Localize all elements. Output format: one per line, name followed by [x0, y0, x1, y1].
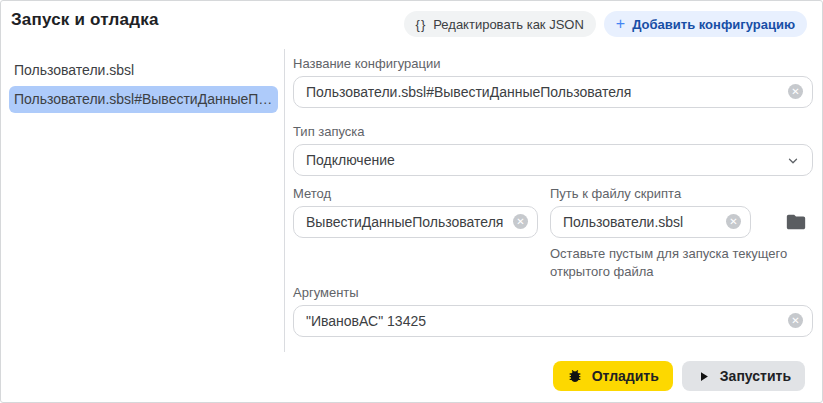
script-path-label: Путь к файлу скрипта	[550, 186, 751, 202]
edit-as-json-label: Редактировать как JSON	[433, 17, 584, 32]
configuration-list-item[interactable]: Пользователи.sbsl	[9, 57, 278, 84]
launch-type-group: Тип запуска Подключение	[293, 124, 813, 176]
add-configuration-label: Добавить конфигурацию	[632, 17, 795, 32]
configuration-form: Название конфигурации ✕ Тип запуска Подк…	[293, 49, 813, 353]
braces-icon: {}	[416, 17, 427, 32]
configuration-list: Пользователи.sbsl Пользователи.sbsl#Выве…	[9, 57, 278, 115]
arguments-input[interactable]	[293, 305, 813, 337]
launch-type-label: Тип запуска	[293, 124, 813, 140]
config-name-group: Название конфигурации ✕	[293, 56, 813, 108]
method-path-row: Метод ✕ Путь к файлу скрипта ✕ Оставьте …	[293, 186, 813, 281]
add-configuration-button[interactable]: + Добавить конфигурацию	[604, 11, 807, 37]
bug-icon	[567, 368, 583, 384]
page-title: Запуск и отладка	[11, 10, 159, 30]
configuration-list-item-selected[interactable]: Пользователи.sbsl#ВывестиДанныеПользоват…	[9, 86, 278, 113]
launch-debug-panel: Запуск и отладка {} Редактировать как JS…	[0, 0, 823, 403]
launch-type-select[interactable]: Подключение	[293, 144, 813, 176]
clear-icon[interactable]: ✕	[788, 84, 803, 99]
run-button[interactable]: Запустить	[682, 361, 805, 391]
run-button-label: Запустить	[720, 368, 791, 384]
arguments-label: Аргументы	[293, 285, 813, 301]
method-label: Метод	[293, 186, 538, 202]
debug-button[interactable]: Отладить	[553, 361, 673, 391]
script-path-input[interactable]	[550, 206, 751, 238]
script-path-helper-text: Оставьте пустым для запуска текущего отк…	[550, 245, 800, 281]
method-group: Метод ✕	[293, 186, 538, 238]
script-path-group: Путь к файлу скрипта ✕ Оставьте пустым д…	[550, 186, 751, 281]
arguments-group: Аргументы ✕	[293, 285, 813, 337]
debug-button-label: Отладить	[592, 368, 659, 384]
launch-type-value: Подключение	[306, 152, 395, 168]
config-name-input[interactable]	[293, 76, 813, 108]
header-actions: {} Редактировать как JSON + Добавить кон…	[404, 11, 807, 37]
folder-icon	[785, 211, 807, 233]
plus-icon: +	[616, 16, 625, 32]
vertical-divider	[284, 49, 285, 352]
method-input[interactable]	[293, 206, 538, 238]
chevron-down-icon	[786, 154, 800, 168]
clear-icon[interactable]: ✕	[513, 214, 528, 229]
config-name-label: Название конфигурации	[293, 56, 813, 72]
clear-icon[interactable]: ✕	[726, 214, 741, 229]
edit-as-json-button[interactable]: {} Редактировать как JSON	[404, 11, 596, 37]
footer-actions: Отладить Запустить	[553, 361, 805, 391]
clear-icon[interactable]: ✕	[788, 313, 803, 328]
play-icon	[696, 369, 711, 384]
browse-file-button[interactable]	[785, 211, 807, 233]
